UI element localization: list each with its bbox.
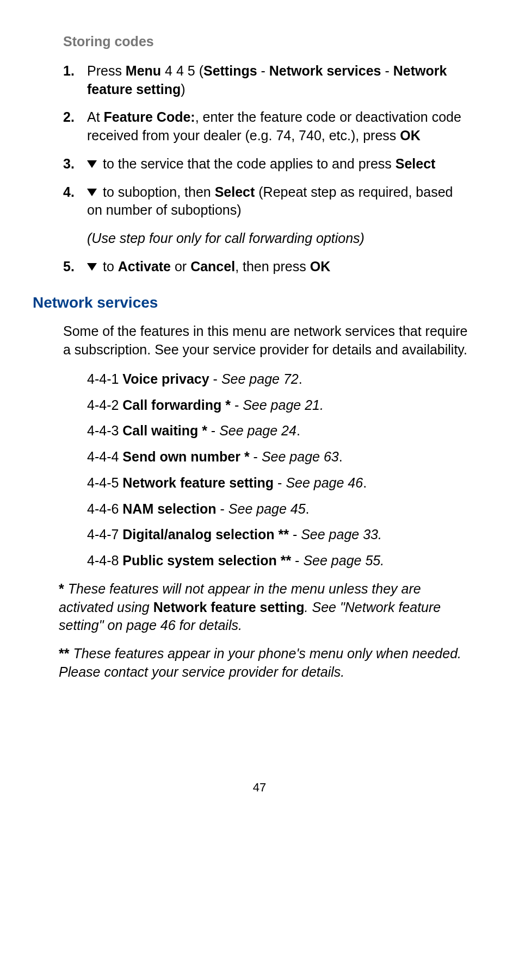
menu-code: 4-4-4 (87, 449, 122, 464)
step-number: 2. (63, 108, 87, 145)
menu-item: 4-4-6 NAM selection - See page 45. (87, 500, 470, 519)
menu-dash: - (207, 423, 219, 438)
step-text-fragment: to (99, 259, 118, 274)
step-note: (Use step four only for call forwarding … (87, 229, 470, 248)
menu-dash: - (274, 475, 286, 490)
subheading-storing-codes: Storing codes (63, 33, 470, 51)
menu-item: 4-4-5 Network feature setting - See page… (87, 474, 470, 492)
menu-item: 4-4-7 Digital/analog selection ** - See … (87, 526, 470, 544)
step-text-fragment: Feature Code: (104, 109, 195, 124)
step-body: to suboption, then Select (Repeat step a… (87, 183, 470, 220)
heading-network-services: Network services (33, 292, 470, 313)
step-number: 1. (63, 62, 87, 99)
menu-dash: - (291, 553, 303, 568)
menu-name: Call forwarding * (122, 397, 231, 413)
menu-code: 4-4-7 (87, 527, 122, 542)
step-text-fragment: At (87, 109, 104, 124)
menu-name: Digital/analog selection ** (122, 527, 289, 542)
menu-name: Network feature setting (122, 475, 274, 490)
step-text-fragment: Settings (203, 63, 257, 78)
footnote-single-star: * These features will not appear in the … (59, 580, 470, 635)
menu-name: Send own number * (122, 449, 249, 464)
menu-page-ref: See page 46 (286, 475, 363, 490)
step-text-fragment: - (381, 63, 393, 78)
footnote-mark: ** (59, 646, 69, 661)
step-row: 3. to the service that the code applies … (63, 155, 470, 173)
menu-dash: - (209, 371, 221, 386)
step-row: 4. to suboption, then Select (Repeat ste… (63, 183, 470, 220)
step-number: 4. (63, 183, 87, 220)
menu-item: 4-4-4 Send own number * - See page 63. (87, 448, 470, 466)
menu-name: Call waiting * (122, 423, 207, 438)
menu-page-ref: See page 24 (219, 423, 296, 438)
menu-dash: - (231, 397, 243, 413)
menu-name: NAM selection (122, 501, 216, 516)
step-text-fragment: Network services (269, 63, 381, 78)
footnote-bold: Network feature setting (153, 600, 305, 615)
step-text-fragment: or (171, 259, 190, 274)
menu-end: . (296, 423, 300, 438)
step-number: 5. (63, 258, 87, 276)
menu-page-ref: See page 21. (243, 397, 324, 413)
menu-item: 4-4-8 Public system selection ** - See p… (87, 552, 470, 570)
step-row: 5. to Activate or Cancel, then press OK (63, 258, 470, 276)
down-arrow-icon (87, 263, 97, 271)
page-number: 47 (49, 779, 470, 796)
step-number: 3. (63, 155, 87, 173)
footnote-mark: * (59, 581, 64, 596)
menu-code: 4-4-3 (87, 423, 122, 438)
step-text-fragment: Select (396, 156, 436, 171)
menu-end: . (363, 475, 367, 490)
menu-end: . (299, 371, 302, 386)
menu-item: 4-4-1 Voice privacy - See page 72. (87, 370, 470, 389)
menu-dash: - (217, 501, 228, 516)
down-arrow-icon (87, 189, 97, 196)
menu-page-ref: See page 45 (228, 501, 306, 516)
step-text-fragment: , then press (235, 259, 310, 274)
menu-code: 4-4-5 (87, 475, 122, 490)
step-body: to the service that the code applies to … (87, 155, 470, 173)
step-row: 2.At Feature Code:, enter the feature co… (63, 108, 470, 145)
step-text-fragment: Select (215, 184, 255, 199)
menu-code: 4-4-6 (87, 501, 122, 516)
menu-dash: - (289, 527, 301, 542)
step-text-fragment: - (257, 63, 269, 78)
step-row: 1.Press Menu 4 4 5 (Settings - Network s… (63, 62, 470, 99)
menu-code: 4-4-8 (87, 553, 122, 568)
footnote-double-star: ** These features appear in your phone's… (59, 645, 470, 682)
step-text-fragment: ) (181, 82, 185, 97)
step-body: Press Menu 4 4 5 (Settings - Network ser… (87, 62, 470, 99)
step-text-fragment: OK (310, 259, 331, 274)
menu-item: 4-4-2 Call forwarding * - See page 21. (87, 396, 470, 415)
menu-item: 4-4-3 Call waiting * - See page 24. (87, 422, 470, 440)
step-body: to Activate or Cancel, then press OK (87, 258, 470, 276)
menu-page-ref: See page 33. (301, 527, 382, 542)
footnote-text: These features appear in your phone's me… (59, 646, 461, 679)
step-text-fragment: Menu (126, 63, 161, 78)
menu-page-ref: See page 72 (221, 371, 299, 386)
down-arrow-icon (87, 160, 97, 168)
menu-dash: - (250, 449, 262, 464)
menu-name: Public system selection ** (122, 553, 291, 568)
menu-end: . (339, 449, 343, 464)
menu-code: 4-4-2 (87, 397, 122, 413)
step-text-fragment: Cancel (190, 259, 235, 274)
step-text-fragment: to suboption, then (99, 184, 215, 199)
menu-end: . (306, 501, 310, 516)
menu-page-ref: See page 55. (303, 553, 384, 568)
step-text-fragment: OK (400, 128, 421, 143)
step-text-fragment: Activate (118, 259, 171, 274)
step-text-fragment: Press (87, 63, 126, 78)
step-text-fragment: to the service that the code applies to … (99, 156, 396, 171)
menu-code: 4-4-1 (87, 371, 122, 386)
intro-paragraph: Some of the features in this menu are ne… (63, 322, 470, 359)
menu-page-ref: See page 63 (262, 449, 339, 464)
step-body: At Feature Code:, enter the feature code… (87, 108, 470, 145)
menu-name: Voice privacy (122, 371, 209, 386)
step-text-fragment: 4 4 5 ( (161, 63, 203, 78)
